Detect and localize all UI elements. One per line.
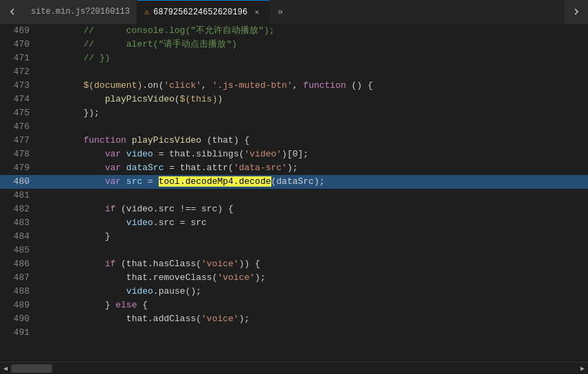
line-number: 470 (0, 38, 38, 51)
scroll-track[interactable] (11, 362, 577, 375)
table-row: 477 function playPicsVideo (that) { (0, 134, 588, 148)
code-content: if (video.src !== src) { (38, 202, 588, 216)
line-number: 489 (0, 299, 38, 312)
line-number: 485 (0, 244, 38, 257)
code-content: that.removeClass('voice'); (38, 271, 588, 285)
back-button[interactable] (0, 0, 24, 24)
code-content: // }) (38, 51, 588, 65)
table-row: 471 // }) (0, 51, 588, 65)
close-icon[interactable]: ✕ (251, 7, 262, 18)
table-row: 474 playPicsVideo($(this)) (0, 93, 588, 106)
code-content: playPicsVideo($(this)) (38, 93, 588, 106)
code-content: var video = that.siblings('video')[0]; (38, 148, 588, 161)
code-content: $(document).on('click', '.js-muted-btn',… (38, 79, 588, 93)
code-content (38, 65, 588, 79)
tab-site-min[interactable]: site.min.js?20160113 (24, 0, 137, 24)
line-number: 472 (0, 65, 38, 79)
tab-overflow-button[interactable]: » (270, 0, 291, 24)
table-row: 484 } (0, 230, 588, 244)
table-row: 482 if (video.src !== src) { (0, 202, 588, 216)
table-row: 469 // console.log("不允许自动播放"); (0, 24, 588, 38)
table-row: 475 }); (0, 106, 588, 120)
code-content: video.src = src (38, 216, 588, 230)
line-number: 486 (0, 257, 38, 271)
code-editor: 469 // console.log("不允许自动播放"); 470 // al… (0, 24, 588, 362)
line-number: 480 (0, 175, 38, 189)
code-content: } else { (38, 299, 588, 312)
table-row: 487 that.removeClass('voice'); (0, 271, 588, 285)
code-content: // console.log("不允许自动播放"); (38, 24, 588, 38)
code-content (38, 326, 588, 340)
line-number: 487 (0, 271, 38, 285)
line-number: 475 (0, 106, 38, 120)
table-row: 490 that.addClass('voice'); (0, 312, 588, 326)
code-content: video.pause(); (38, 285, 588, 299)
code-content (38, 120, 588, 134)
tab-bar: site.min.js?20160113 ⚠ 68792562246526201… (0, 0, 588, 24)
line-number: 471 (0, 51, 38, 65)
scroll-thumb[interactable] (11, 364, 52, 373)
line-number: 477 (0, 134, 38, 148)
line-number: 481 (0, 189, 38, 202)
line-number: 484 (0, 230, 38, 244)
table-row: 478 var video = that.siblings('video')[0… (0, 148, 588, 161)
line-number: 474 (0, 93, 38, 106)
forward-button[interactable] (564, 0, 588, 24)
table-row: 472 (0, 65, 588, 79)
line-number: 469 (0, 24, 38, 38)
code-content: that.addClass('voice'); (38, 312, 588, 326)
code-content: function playPicsVideo (that) { (38, 134, 588, 148)
code-content: var dataSrc = that.attr('data-src'); (38, 161, 588, 175)
table-row: 470 // alert("请手动点击播放") (0, 38, 588, 51)
table-row: 481 (0, 189, 588, 202)
scroll-left-button[interactable]: ◀ (0, 362, 11, 375)
line-number: 488 (0, 285, 38, 299)
tab-label: site.min.js?20160113 (31, 7, 130, 16)
line-number: 482 (0, 202, 38, 216)
code-content: } (38, 230, 588, 244)
line-number: 478 (0, 148, 38, 161)
scroll-right-button[interactable]: ▶ (577, 362, 588, 375)
code-content: var src = tool.decodeMp4.decode(dataSrc)… (38, 175, 588, 189)
horizontal-scrollbar[interactable]: ◀ ▶ (0, 362, 588, 374)
table-row: 489 } else { (0, 299, 588, 312)
table-row: 473 $(document).on('click', '.js-muted-b… (0, 79, 588, 93)
line-number: 490 (0, 312, 38, 326)
table-row: 480 var src = tool.decodeMp4.decode(data… (0, 175, 588, 189)
code-content: }); (38, 106, 588, 120)
line-number: 476 (0, 120, 38, 134)
table-row: 488 video.pause(); (0, 285, 588, 299)
line-number: 479 (0, 161, 38, 175)
table-row: 479 var dataSrc = that.attr('data-src'); (0, 161, 588, 175)
code-content (38, 244, 588, 257)
line-number: 473 (0, 79, 38, 93)
code-content (38, 189, 588, 202)
table-row: 486 if (that.hasClass('voice')) { (0, 257, 588, 271)
table-row: 491 (0, 326, 588, 340)
tab-active[interactable]: ⚠ 6879256224652620196 ✕ (137, 0, 270, 24)
code-content: if (that.hasClass('voice')) { (38, 257, 588, 271)
line-number: 491 (0, 326, 38, 340)
table-row: 483 video.src = src (0, 216, 588, 230)
table-row: 485 (0, 244, 588, 257)
code-content: // alert("请手动点击播放") (38, 38, 588, 51)
line-number: 483 (0, 216, 38, 230)
tab-label-active: 6879256224652620196 (153, 8, 247, 17)
warning-icon: ⚠ (144, 7, 149, 17)
table-row: 476 (0, 120, 588, 134)
